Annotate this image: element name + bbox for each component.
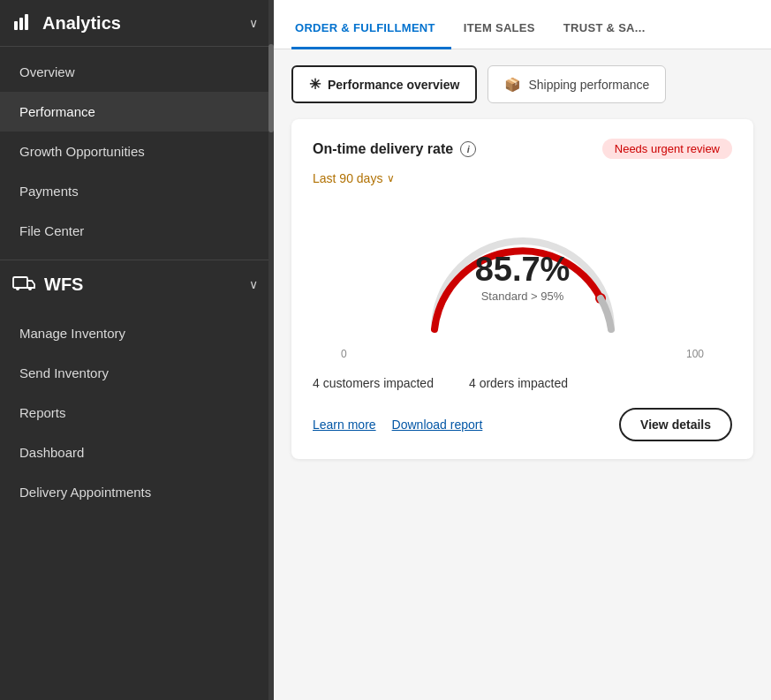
urgent-badge: Needs urgent review — [602, 139, 732, 159]
gauge-max-label: 100 — [686, 348, 704, 360]
info-icon[interactable]: i — [460, 141, 476, 157]
sidebar-analytics-header: Analytics ∨ — [0, 0, 274, 47]
sidebar-item-dashboard[interactable]: Dashboard — [0, 433, 274, 472]
download-report-link[interactable]: Download report — [392, 418, 483, 432]
tabs-bar: ORDER & FULFILLMENT ITEM SALES TRUST & S… — [274, 0, 771, 49]
actions-row: Learn more Download report View details — [313, 408, 732, 441]
impact-row: 4 customers impacted 4 orders impacted — [313, 376, 732, 390]
sidebar-item-delivery-appointments[interactable]: Delivery Appointments — [0, 472, 274, 512]
gauge-chart: 85.7% Standard > 95% — [313, 201, 732, 342]
sidebar-item-send-inventory[interactable]: Send Inventory — [0, 353, 274, 393]
sidebar-wfs-nav: Manage Inventory Send Inventory Reports … — [0, 308, 274, 517]
sidebar-wfs-header-left: WFS — [12, 273, 83, 296]
sidebar-item-filecenter[interactable]: File Center — [0, 211, 274, 251]
sidebar-item-payments[interactable]: Payments — [0, 171, 274, 211]
sparkle-icon: ✳ — [309, 76, 321, 93]
wfs-truck-icon — [12, 273, 35, 296]
sidebar: Analytics ∨ Overview Performance Growth … — [0, 0, 274, 700]
gauge-percent: 85.7% — [475, 252, 571, 286]
on-time-delivery-card: On-time delivery rate i Needs urgent rev… — [291, 119, 753, 459]
card-title: On-time delivery rate — [313, 141, 453, 157]
svg-rect-3 — [13, 277, 27, 288]
sidebar-item-reports[interactable]: Reports — [0, 393, 274, 433]
sidebar-wfs-title: WFS — [44, 275, 83, 295]
main-content: ORDER & FULFILLMENT ITEM SALES TRUST & S… — [274, 0, 771, 700]
shipping-performance-button[interactable]: 📦 Shipping performance — [488, 65, 666, 103]
sub-nav: ✳ Performance overview 📦 Shipping perfor… — [291, 65, 753, 103]
sidebar-nav: Overview Performance Growth Opportunitie… — [0, 47, 274, 256]
gauge-labels: 0 100 — [313, 348, 732, 360]
gauge-center-text: 85.7% Standard > 95% — [475, 252, 571, 303]
svg-rect-2 — [25, 14, 28, 30]
svg-point-5 — [28, 287, 32, 290]
sidebar-analytics-title: Analytics — [42, 13, 121, 34]
sidebar-item-manage-inventory[interactable]: Manage Inventory — [0, 313, 274, 353]
box-icon: 📦 — [504, 77, 521, 93]
card-title-row: On-time delivery rate i — [313, 141, 476, 157]
performance-overview-button[interactable]: ✳ Performance overview — [291, 65, 477, 103]
sidebar-item-growth[interactable]: Growth Opportunities — [0, 132, 274, 171]
sidebar-wfs-header: WFS ∨ — [0, 260, 274, 308]
tab-order-fulfillment[interactable]: ORDER & FULFILLMENT — [291, 21, 451, 49]
gauge-standard: Standard > 95% — [475, 290, 571, 303]
sidebar-item-overview[interactable]: Overview — [0, 52, 274, 92]
learn-more-link[interactable]: Learn more — [313, 418, 376, 432]
orders-impacted: 4 orders impacted — [469, 376, 568, 390]
svg-rect-0 — [14, 21, 18, 30]
svg-point-4 — [16, 287, 19, 290]
view-details-button[interactable]: View details — [619, 408, 732, 441]
period-selector[interactable]: Last 90 days ∨ — [313, 171, 732, 185]
tab-trust-safety[interactable]: TRUST & SA... — [560, 21, 661, 49]
analytics-bar-chart-icon — [12, 12, 34, 34]
wfs-chevron-icon[interactable]: ∨ — [249, 277, 258, 291]
tab-item-sales[interactable]: ITEM SALES — [460, 21, 551, 49]
gauge-min-label: 0 — [341, 348, 347, 360]
svg-rect-1 — [19, 18, 23, 30]
card-header: On-time delivery rate i Needs urgent rev… — [313, 139, 732, 159]
content-area: ✳ Performance overview 📦 Shipping perfor… — [274, 49, 771, 700]
sidebar-item-performance[interactable]: Performance — [0, 92, 274, 132]
period-chevron-icon: ∨ — [387, 172, 395, 184]
customers-impacted: 4 customers impacted — [313, 376, 434, 390]
sidebar-header-left: Analytics — [12, 12, 121, 34]
analytics-chevron-icon[interactable]: ∨ — [249, 16, 258, 30]
